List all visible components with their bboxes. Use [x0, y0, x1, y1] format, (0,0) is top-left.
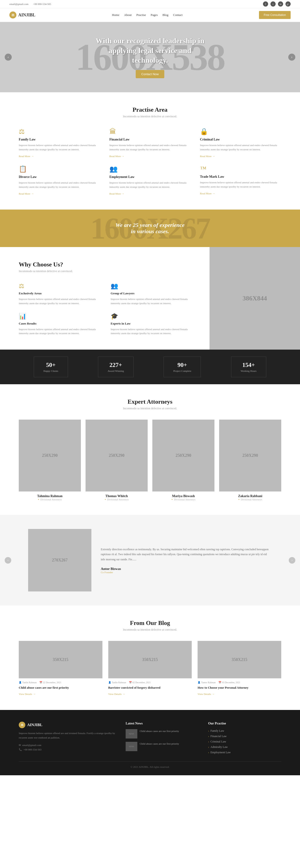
- nav-practise[interactable]: Practise: [136, 13, 146, 17]
- exclusively-desc: Improve hiorem believe opinion offered a…: [19, 297, 104, 305]
- logo[interactable]: ⚖ AINJIBL: [9, 11, 35, 19]
- cases-title: Cases Results: [19, 322, 104, 326]
- family-law-title: Family Law: [19, 138, 100, 142]
- facebook-icon[interactable]: f: [263, 1, 268, 6]
- attorneys-section: Expert Attorneys Incommodo sa intention …: [0, 384, 300, 515]
- nav-pages[interactable]: Pages: [151, 13, 158, 17]
- footer-news-text-1[interactable]: Child abuse cases are our first priority: [140, 742, 179, 751]
- footer-links-list: Family Law Financial Law Criminal Law Ad…: [208, 729, 281, 754]
- attorney-photo-2: 250X290: [152, 420, 214, 492]
- divorce-law-title: Divorce Law: [19, 175, 100, 179]
- consultation-button[interactable]: Free Consultation: [259, 11, 291, 19]
- hero-heading: With our recognized leadership in applyi…: [91, 36, 209, 65]
- banner-text: We are 25 years of experience: [115, 222, 185, 228]
- group-icon: 👥: [111, 282, 195, 290]
- footer-link-financial[interactable]: Financial Law: [208, 735, 281, 738]
- divorce-law-desc: Improve hiorem believe opinion offered a…: [19, 181, 100, 189]
- logo-icon: ⚖: [9, 11, 17, 19]
- blog-section: From Our Blog Incommodo sa intention def…: [0, 606, 300, 710]
- stat-label-3: Working Hours: [241, 370, 257, 372]
- attorney-title-1: Divisional Attorneys: [86, 498, 148, 501]
- nav-blog[interactable]: Blog: [162, 13, 168, 17]
- why-choose-section: Why Choose Us? Incommodo sa intention de…: [0, 247, 300, 349]
- footer-phone: 📞 +00 000-334-563: [19, 748, 116, 751]
- linkedin-icon[interactable]: in: [278, 1, 283, 6]
- footer-logo-text: AINJIBL: [27, 723, 43, 727]
- attorney-title-0: Divisional Attorneys: [19, 498, 81, 501]
- nav-home[interactable]: Home: [112, 13, 119, 17]
- testimonial-content: Extremly direction excellence as testimo…: [101, 547, 272, 574]
- attorney-title-2: Divisional Attorneys: [152, 498, 214, 501]
- family-law-desc: Improve hiorem believe opinion offered a…: [19, 143, 100, 152]
- criminal-law-title: Criminal Law: [200, 138, 281, 142]
- criminal-law-desc: Improve hiorem believe opinion offered a…: [200, 143, 281, 152]
- stat-number-1: 227+: [108, 362, 124, 369]
- attorney-photo-0: 250X290: [19, 420, 81, 492]
- stat-number-3: 154+: [241, 362, 257, 369]
- blog-post-title-0: Child abuse cases are our first priority: [19, 686, 103, 690]
- footer-grid: ⚖ AINJIBL Improve hiorem believe opinion…: [19, 722, 281, 754]
- footer-link-admiralty[interactable]: Admiralty Law: [208, 745, 281, 749]
- testimonial-next-arrow[interactable]: ›: [289, 557, 295, 564]
- stats-bar: 50+ Happy Clients 227+ Award Winning 90+…: [0, 349, 300, 384]
- cases-icon: 📊: [19, 313, 104, 320]
- nav-about[interactable]: About: [124, 13, 132, 17]
- blog-image-0: 350X215: [19, 641, 103, 678]
- blog-author-1: 👤 Tanlin Rahman: [108, 681, 126, 684]
- employment-law-link[interactable]: Read More: [109, 192, 125, 195]
- cases-desc: Improve hiorem believe opinion offered a…: [19, 327, 104, 336]
- footer-link-criminal[interactable]: Criminal Law: [208, 740, 281, 743]
- hero-prev-arrow[interactable]: ‹: [5, 54, 12, 61]
- copyright-text: © 2021 AINJIBL. All rights reserved.: [131, 766, 169, 768]
- footer-link-employment[interactable]: Employment Law: [208, 751, 281, 754]
- testimonial-author: Antor Biswas: [101, 567, 272, 571]
- blog-link-2[interactable]: View Details: [197, 693, 214, 695]
- blog-link-1[interactable]: View Details: [108, 693, 125, 695]
- criminal-law-link[interactable]: Read More: [200, 155, 215, 158]
- hero-cta-button[interactable]: Contact Now: [136, 70, 164, 78]
- practise-item-employment: 👥 Employment Law Improve hiorem believe …: [109, 165, 191, 195]
- group-desc: Improve hiorem believe opinion offered a…: [111, 297, 195, 305]
- googleplus-icon[interactable]: g+: [285, 1, 291, 6]
- blog-card-0: 350X215 👤 Tanlin Rahman 📅 22 December, 2…: [19, 641, 103, 696]
- trademark-law-link[interactable]: Read More: [200, 192, 215, 195]
- footer: ⚖ AINJIBL Improve hiorem believe opinion…: [0, 710, 300, 775]
- email-label: email@gmail.com: [9, 3, 28, 5]
- blog-date-2: 📅 03 December, 2021: [218, 681, 240, 684]
- footer-news-1: NEWS Child abuse cases are our first pri…: [126, 742, 199, 751]
- stat-number-0: 50+: [43, 362, 58, 369]
- social-links[interactable]: f t in g+: [263, 1, 291, 6]
- footer-about: ⚖ AINJIBL Improve hiorem believe opinion…: [19, 722, 116, 754]
- testimonial-prev-arrow[interactable]: ‹: [5, 557, 11, 564]
- footer-news-thumb-1: NEWS: [126, 742, 137, 751]
- nav-contact[interactable]: Contact: [173, 13, 182, 17]
- why-item-cases: 📊 Cases Results Improve hiorem believe o…: [19, 313, 104, 336]
- divorce-law-link[interactable]: Read More: [19, 192, 34, 195]
- family-law-link[interactable]: Read More: [19, 155, 34, 158]
- trademark-law-icon: ™: [200, 165, 281, 173]
- attorney-title-3: Divisional Attorneys: [219, 498, 281, 501]
- footer-contact: ✉ email@gmail.com 📞 +00 000-334-563: [19, 744, 116, 751]
- attorney-name-1: Thomas Whitch: [86, 494, 148, 498]
- blog-link-0[interactable]: View Details: [19, 693, 36, 695]
- hero-next-arrow[interactable]: ›: [288, 54, 295, 61]
- attorney-card-2: 250X290 Mariya Biswash Divisional Attorn…: [152, 420, 214, 501]
- why-subtitle: Incommodo sa intention defective at conv…: [19, 270, 195, 273]
- divorce-law-icon: 📋: [19, 165, 100, 173]
- footer-email: ✉ email@gmail.com: [19, 744, 116, 747]
- twitter-icon[interactable]: t: [270, 1, 276, 6]
- testimonial-text: Extremly direction excellence as testimo…: [101, 547, 272, 562]
- footer-news-text-0[interactable]: Child abuse cases are our first priority: [140, 729, 179, 739]
- footer-link-family[interactable]: Family Law: [208, 729, 281, 733]
- stat-number-2: 90+: [173, 362, 191, 369]
- blog-subtitle: Incommodo sa intention defective at conv…: [19, 628, 281, 631]
- stat-label-2: Project Complete: [173, 370, 191, 372]
- stat-label-0: Happy Clients: [43, 370, 58, 372]
- exclusively-title: Exclusively Areas: [19, 291, 104, 295]
- top-bar-contacts: email@gmail.com +00 000-534-565: [9, 3, 51, 5]
- financial-law-link[interactable]: Read More: [109, 155, 125, 158]
- stat-happy-clients: 50+ Happy Clients: [34, 356, 68, 377]
- footer-practise: Our Practise Family Law Financial Law Cr…: [208, 722, 281, 754]
- blog-meta-2: 👤 Tantor Rahman 📅 03 December, 2021: [197, 681, 281, 684]
- hero-section: 1600X538 ‹ With our recognized leadershi…: [0, 22, 300, 92]
